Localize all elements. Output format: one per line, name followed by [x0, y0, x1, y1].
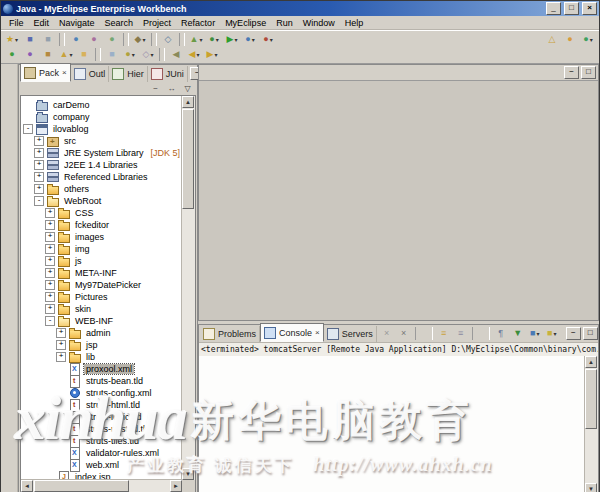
menu-item[interactable]: Navigate [54, 18, 100, 28]
close-icon[interactable]: × [62, 68, 67, 77]
expander-icon[interactable]: - [45, 316, 55, 326]
view-window-button[interactable]: − [564, 66, 579, 79]
toolbar-icon[interactable]: ■ [39, 48, 57, 62]
tree-row[interactable]: + skin [21, 303, 182, 315]
view-tab[interactable]: Outl [71, 66, 110, 82]
tree-row[interactable]: web.xml [21, 459, 182, 471]
scroll-down-icon[interactable]: ▼ [182, 468, 194, 480]
scrollbar-thumb[interactable] [182, 109, 194, 209]
tree-row[interactable]: - ilovablog [21, 123, 182, 135]
expander-icon[interactable]: - [23, 124, 33, 134]
toolbar-icon[interactable]: ● [561, 33, 579, 47]
toolbar-icon[interactable] [179, 33, 185, 46]
tree-row[interactable]: company [21, 111, 182, 123]
maximize-button[interactable]: □ [564, 2, 579, 15]
expander-icon[interactable]: + [34, 172, 44, 182]
toolbar-icon[interactable]: ■ [21, 33, 39, 47]
tree-row[interactable]: struts-nested.tld [21, 423, 182, 435]
expander-icon[interactable]: + [34, 184, 44, 194]
tree-row[interactable]: + fckeditor [21, 219, 182, 231]
view-tab[interactable]: JUni [148, 66, 188, 82]
expander-icon[interactable]: + [34, 160, 44, 170]
console-toolbar-icon[interactable]: ■▾ [544, 327, 560, 341]
expander-icon[interactable]: + [45, 244, 55, 254]
toolbar-icon[interactable]: ■ [75, 48, 93, 62]
view-tab[interactable]: Problems [200, 326, 260, 342]
tree-row[interactable]: validator-rules.xml [21, 447, 182, 459]
toolbar-icon[interactable]: ★▾ [3, 33, 21, 47]
view-tab[interactable]: Pack × [20, 63, 71, 82]
tree-row[interactable]: struts-html.tld [21, 399, 182, 411]
expander-icon[interactable]: + [56, 340, 66, 350]
console-toolbar-icon[interactable]: × [396, 327, 412, 341]
tree-row[interactable]: + js [21, 255, 182, 267]
toolbar-icon[interactable] [123, 33, 129, 46]
tree-row[interactable]: + Pictures [21, 291, 182, 303]
tree-row[interactable]: + CSS [21, 207, 182, 219]
menu-item[interactable]: Window [298, 18, 340, 28]
expander-icon[interactable]: + [45, 292, 55, 302]
console-toolbar-icon[interactable]: ¶ [493, 327, 509, 341]
console-toolbar-icon[interactable]: ▼ [510, 327, 526, 341]
toolbar-icon[interactable]: ◆▾ [131, 33, 149, 47]
toolbar-icon[interactable]: ● [85, 33, 103, 47]
toolbar-icon[interactable]: ◀ [167, 48, 185, 62]
expander-icon[interactable]: + [34, 136, 44, 146]
toolbar-icon[interactable]: ● [3, 48, 21, 62]
toolbar-icon[interactable]: △ [543, 33, 561, 47]
tree-row[interactable]: struts-logic.tld [21, 411, 182, 423]
toolbar-icon[interactable]: ◇ [159, 33, 177, 47]
toolbar-icon[interactable]: ▶▾ [203, 48, 221, 62]
toolbar-icon[interactable]: ▲▾ [187, 33, 205, 47]
toolbar-icon[interactable] [277, 33, 543, 47]
toolbar-icon[interactable]: ▶▾ [223, 33, 241, 47]
expander-icon[interactable]: + [45, 280, 55, 290]
expander-icon[interactable]: + [45, 232, 55, 242]
view-tab[interactable]: Hier [109, 66, 148, 82]
expander-icon[interactable]: + [45, 256, 55, 266]
tree-row[interactable]: + JRE System Library [JDK 5] [21, 147, 182, 159]
toolbar-icon[interactable]: ◇▾ [139, 48, 157, 62]
tree-row[interactable]: + My97DatePicker [21, 279, 182, 291]
toolbar-icon[interactable]: ●▾ [579, 33, 597, 47]
toolbar-icon[interactable]: ■ [39, 33, 57, 47]
tree-row[interactable]: carDemo [21, 99, 182, 111]
console-toolbar-icon[interactable] [415, 327, 433, 340]
toolbar-icon[interactable]: ●▾ [259, 33, 277, 47]
view-window-button[interactable]: □ [581, 66, 596, 79]
tree-row[interactable]: + META-INF [21, 267, 182, 279]
scroll-left-icon[interactable]: ◄ [21, 480, 33, 492]
menu-item[interactable]: Edit [29, 18, 55, 28]
menu-item[interactable]: Run [271, 18, 298, 28]
close-icon[interactable]: × [315, 328, 320, 337]
toolbar-icon[interactable]: ● [21, 48, 39, 62]
tree-row[interactable]: + lib [21, 351, 182, 363]
tree-row[interactable]: + admin [21, 327, 182, 339]
toolbar-icon[interactable]: ■ [103, 48, 121, 62]
toolbar-icon[interactable]: ● [67, 33, 85, 47]
explorer-toolbar-icon[interactable]: ↔ [165, 84, 178, 93]
explorer-toolbar-icon[interactable]: − [149, 84, 162, 93]
tree-row[interactable]: + jsp [21, 339, 182, 351]
view-tab[interactable]: Console × [260, 323, 324, 342]
toolbar-icon[interactable]: ◀▾ [185, 48, 203, 62]
view-window-button[interactable]: − [566, 327, 581, 340]
toolbar-icon[interactable] [95, 48, 101, 61]
toolbar-icon[interactable]: ●▾ [241, 33, 259, 47]
tree-row[interactable]: + images [21, 231, 182, 243]
toolbar-icon[interactable] [151, 33, 157, 46]
minimize-button[interactable]: _ [546, 2, 561, 15]
tree-row[interactable]: + others [21, 183, 182, 195]
tree-row[interactable]: + img [21, 243, 182, 255]
expander-icon[interactable]: + [56, 352, 66, 362]
expander-icon[interactable]: + [45, 220, 55, 230]
tree-row[interactable]: struts-config.xml [21, 387, 182, 399]
console-toolbar-icon[interactable]: ≡ [436, 327, 452, 341]
explorer-horizontal-scrollbar[interactable]: ◄ ► [21, 479, 182, 492]
console-toolbar-icon[interactable]: × [379, 327, 395, 341]
close-button[interactable]: × [582, 2, 597, 15]
menu-item[interactable]: Project [138, 18, 176, 28]
toolbar-icon[interactable]: ● [103, 33, 121, 47]
scrollbar-thumb[interactable] [585, 369, 597, 429]
expander-icon[interactable]: + [45, 208, 55, 218]
